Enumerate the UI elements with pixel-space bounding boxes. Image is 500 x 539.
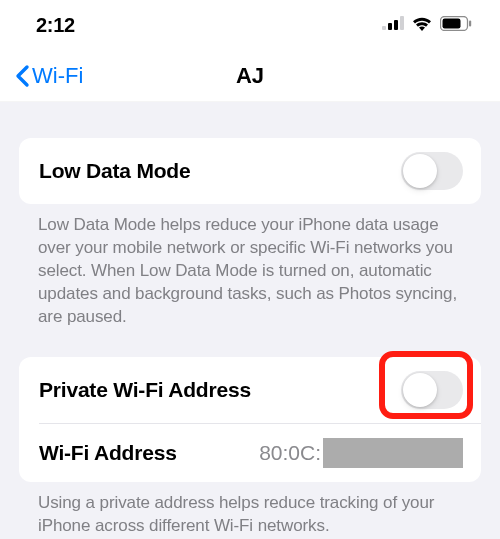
private-wifi-toggle[interactable] — [401, 371, 463, 409]
back-button[interactable]: Wi-Fi — [14, 63, 83, 89]
wifi-icon — [411, 15, 433, 35]
toggle-knob — [403, 154, 437, 188]
svg-rect-2 — [394, 20, 398, 30]
wifi-address-group: Private Wi-Fi Address Wi-Fi Address 80:0… — [19, 357, 481, 482]
toggle-knob — [403, 373, 437, 407]
redacted-block — [323, 438, 463, 468]
cellular-icon — [382, 16, 404, 34]
low-data-mode-row[interactable]: Low Data Mode — [19, 138, 481, 204]
private-wifi-label: Private Wi-Fi Address — [39, 378, 251, 402]
page-title: AJ — [236, 63, 264, 89]
svg-rect-5 — [443, 18, 461, 28]
wifi-address-row: Wi-Fi Address 80:0C: — [19, 424, 481, 482]
back-label: Wi-Fi — [32, 63, 83, 89]
battery-icon — [440, 16, 472, 35]
status-time: 2:12 — [36, 14, 75, 37]
wifi-address-value-wrap: 80:0C: — [259, 438, 463, 468]
low-data-mode-label: Low Data Mode — [39, 159, 190, 183]
content: Low Data Mode Low Data Mode helps reduce… — [0, 102, 500, 538]
low-data-mode-group: Low Data Mode — [19, 138, 481, 204]
wifi-address-label: Wi-Fi Address — [39, 441, 177, 465]
low-data-mode-toggle[interactable] — [401, 152, 463, 190]
status-icons — [382, 15, 472, 35]
svg-rect-3 — [400, 16, 404, 30]
low-data-mode-footer: Low Data Mode helps reduce your iPhone d… — [0, 204, 500, 329]
svg-rect-1 — [388, 23, 392, 30]
svg-rect-6 — [469, 20, 471, 26]
private-wifi-footer: Using a private address helps reduce tra… — [0, 482, 500, 538]
private-wifi-row[interactable]: Private Wi-Fi Address — [19, 357, 481, 423]
wifi-address-value: 80:0C: — [259, 441, 321, 465]
status-bar: 2:12 — [0, 0, 500, 50]
nav-bar: Wi-Fi AJ — [0, 50, 500, 102]
chevron-left-icon — [14, 64, 30, 88]
svg-rect-0 — [382, 26, 386, 30]
